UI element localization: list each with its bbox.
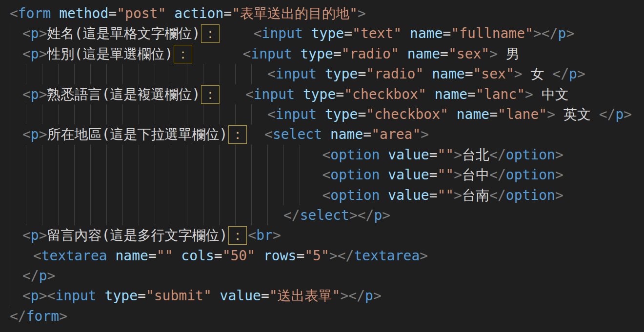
- tag-name-token: p: [365, 288, 373, 304]
- code-line[interactable]: <form method="post" action="表單送出的目的地">: [0, 3, 644, 23]
- equals-token: =: [358, 106, 366, 122]
- indent-guide: [90, 104, 106, 124]
- indent-guide: [106, 145, 122, 165]
- indent-guide: [122, 165, 139, 185]
- text-token: [255, 248, 263, 264]
- punctuation-token: </: [542, 25, 558, 41]
- punctuation-token: >: [329, 248, 338, 264]
- code-line[interactable]: <option value="">台南</option>: [0, 185, 644, 205]
- indent-guide: [300, 145, 316, 165]
- code-line[interactable]: </p>: [0, 266, 644, 286]
- indent-guide: [187, 165, 203, 185]
- indent-guide: [10, 225, 22, 245]
- attribute-name-token: value: [388, 167, 429, 183]
- indent-guide: [251, 145, 267, 165]
- punctuation-token: >: [555, 167, 564, 183]
- string-token: "checkbox": [366, 106, 448, 122]
- punctuation-token: >: [349, 207, 358, 223]
- code-line[interactable]: </form>: [0, 306, 644, 326]
- equals-token: =: [223, 5, 232, 21]
- indent-guide: [267, 185, 283, 205]
- attribute-name-token: name: [435, 86, 467, 102]
- punctuation-token: >: [624, 106, 632, 122]
- indent-guide: [235, 104, 251, 124]
- indent-guide: [42, 64, 58, 84]
- unicode-highlight-box: ：: [228, 125, 247, 144]
- indent-guide: [58, 145, 74, 165]
- string-token: "": [438, 147, 454, 163]
- indent-guide: [106, 165, 122, 185]
- string-token: "radio": [342, 46, 399, 62]
- indent-guide: [187, 185, 203, 205]
- indent-guide: [106, 205, 122, 225]
- indent-guide: [139, 64, 155, 84]
- indent-guide: [203, 165, 219, 185]
- code-line[interactable]: <p>性別(這是單選欄位)： <input type="radio" name=…: [0, 44, 644, 64]
- code-line[interactable]: </select></p>: [0, 205, 644, 225]
- attribute-name-token: name: [115, 248, 148, 264]
- code-line[interactable]: <option value="">台北</option>: [0, 145, 644, 165]
- indent-guide: [251, 104, 267, 124]
- attribute-name-token: value: [388, 187, 429, 203]
- code-line[interactable]: <input type="checkbox" name="lane"> 英文 <…: [0, 104, 644, 124]
- text-token: [51, 5, 59, 21]
- punctuation-token: <: [322, 147, 330, 163]
- string-token: "lanc": [476, 86, 525, 102]
- string-token: "50": [222, 248, 255, 264]
- indent-guide: [155, 165, 171, 185]
- indent-guide: [203, 205, 219, 225]
- text-token: [426, 86, 435, 102]
- indent-guide: [10, 165, 26, 185]
- indent-guide: [219, 64, 235, 84]
- attribute-name-token: method: [59, 5, 108, 21]
- code-line[interactable]: <p>留言內容(這是多行文字欄位)：<br>: [0, 225, 644, 245]
- equals-token: =: [440, 46, 448, 62]
- string-token: "sex": [473, 66, 514, 82]
- string-token: "表單送出的目的地": [232, 5, 358, 21]
- code-line[interactable]: <p><input type="submit" value="送出表單"></p…: [0, 286, 644, 306]
- indent-guide: [26, 145, 42, 165]
- indent-guide: [171, 104, 187, 124]
- equals-token: =: [148, 248, 157, 264]
- text-token: [166, 5, 174, 21]
- punctuation-token: <: [22, 126, 31, 142]
- indent-guide: [251, 185, 267, 205]
- code-text: <option value="">台南</option>: [322, 185, 563, 205]
- punctuation-token: >: [454, 167, 462, 183]
- equals-token: =: [336, 86, 344, 102]
- code-editor[interactable]: <form method="post" action="表單送出的目的地"><p…: [0, 0, 644, 332]
- punctuation-token: </: [348, 288, 365, 304]
- text-token: [317, 66, 325, 82]
- attribute-name-token: type: [105, 288, 138, 304]
- indent-guide: [171, 145, 187, 165]
- indent-guide: [251, 205, 267, 225]
- string-token: "": [157, 248, 173, 264]
- punctuation-token: <: [22, 288, 31, 304]
- punctuation-token: >: [454, 147, 462, 163]
- string-token: "post": [117, 5, 166, 21]
- code-line[interactable]: <p>所在地區(這是下拉選單欄位)： <select name="area">: [0, 124, 644, 144]
- code-line[interactable]: <option value="">台中</option>: [0, 165, 644, 185]
- equals-token: =: [443, 25, 451, 41]
- text-token: [402, 25, 410, 41]
- code-line[interactable]: <p>姓名(這是單格文字欄位)： <input type="text" name…: [0, 23, 644, 43]
- text-token: [97, 288, 105, 304]
- indent-guide: [235, 145, 251, 165]
- text-token: [380, 187, 388, 203]
- code-line[interactable]: <textarea name="" cols="50" rows="5"></t…: [0, 246, 644, 266]
- code-line[interactable]: <input type="radio" name="sex"> 女 </p>: [0, 64, 644, 84]
- tag-name-token: option: [506, 167, 555, 183]
- indent-guide: [42, 205, 58, 225]
- punctuation-token: >: [555, 187, 564, 203]
- punctuation-token: <: [322, 187, 330, 203]
- string-token: "radio": [366, 66, 423, 82]
- punctuation-token: >: [59, 308, 67, 324]
- indent-guide: [203, 104, 219, 124]
- tag-name-token: p: [31, 25, 39, 41]
- tag-name-token: p: [31, 46, 39, 62]
- unicode-highlight-box: ：: [174, 45, 192, 63]
- string-token: "": [438, 167, 454, 183]
- indent-guide: [122, 145, 139, 165]
- code-line[interactable]: <p>熟悉語言(這是複選欄位)： <input type="checkbox" …: [0, 84, 644, 104]
- code-text: <p><input type="submit" value="送出表單"></p…: [22, 286, 382, 306]
